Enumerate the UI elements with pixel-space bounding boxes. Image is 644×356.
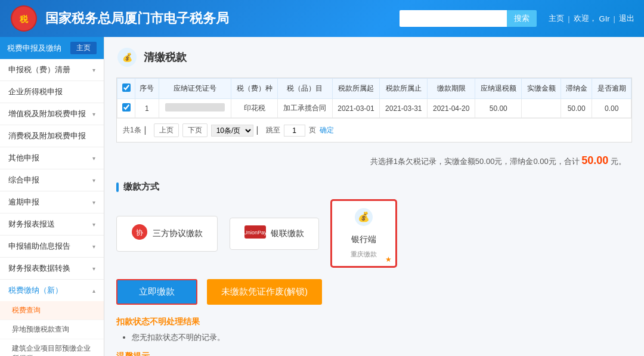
sidebar-item-财务数据[interactable]: 财务报表数据转换 ▾ — [0, 258, 104, 279]
sidebar-item-4: 其他申报 ▾ — [0, 147, 104, 169]
prev-page-btn[interactable]: 上页 — [154, 123, 179, 137]
row-checkbox[interactable] — [122, 103, 131, 112]
sidebar-item-企业[interactable]: 企业所得税申报 — [0, 81, 104, 103]
col-due-date: 缴款期限 — [428, 79, 475, 99]
chevron-down-icon: ▾ — [92, 221, 95, 228]
page-title: 清缴税款 — [144, 50, 187, 64]
result-section: 扣款状态不明处理结果 您无扣款状态不明的记录。 — [116, 317, 632, 343]
bank-sub: 重庆缴款 — [351, 250, 377, 259]
home-link[interactable]: 主页 — [549, 13, 564, 24]
col-paid-amount: 实缴金额 — [522, 79, 561, 99]
payment-unionpay[interactable]: UnionPay 银联缴款 — [230, 218, 319, 250]
col-overdue: 是否逾期 — [592, 79, 631, 99]
row-tax-type: 印花税 — [231, 99, 277, 118]
header-nav: 主页 | 欢迎， GIr | 退出 — [549, 13, 634, 24]
row-tax-item: 加工承揽合同 — [278, 99, 332, 118]
search-bar: 搜索 — [400, 10, 537, 27]
next-page-btn[interactable]: 下页 — [182, 123, 208, 137]
warning-title: 温馨提示 — [116, 351, 632, 356]
table-row: 1 印花税 加工承揽合同 2021-03-01 2021-03-31 2021-… — [117, 99, 631, 118]
row-voucher — [159, 99, 231, 118]
summary-row: 共选择1条欠税记录，实缴金额50.00元，滞纳金0.00元，合计 50.00 元… — [116, 150, 632, 172]
goto-btn[interactable]: 确定 — [320, 125, 334, 135]
warning-section: 温馨提示 1、尊敬的纳税人，当您使用三方协议、银联支付等方式清缴税款时，可能遇到… — [116, 351, 632, 356]
sidebar-item-税费缴纳新[interactable]: 税费缴纳（新） ▴ — [0, 280, 104, 301]
sidebar-sub-异地预缴[interactable]: 异地预缴税款查询 — [0, 320, 104, 339]
sidebar-item-9: 财务报表数据转换 ▾ — [0, 258, 104, 280]
chevron-down-icon: ▾ — [92, 67, 95, 73]
payment-bank-wrap: 💰 银行端 重庆缴款 ★ — [331, 200, 397, 267]
sidebar: 税费申报及缴纳 主页 申报税（费）清册 ▾ 企业所得税申报 增值税及附加税费申报… — [0, 37, 104, 356]
bank-icon: 💰 — [355, 208, 373, 230]
sidebar-item-申报税[interactable]: 申报税（费）清册 ▾ — [0, 59, 104, 81]
sidebar-item-财务报表[interactable]: 财务报表报送 ▾ — [0, 213, 104, 235]
summary-text: 共选择1条欠税记录，实缴金额50.00元，滞纳金0.00元，合计 — [370, 157, 580, 166]
row-late-fee: 50.00 — [561, 99, 592, 118]
col-period-to: 税款所属止 — [380, 79, 428, 99]
per-page-select[interactable]: 10条/页 — [211, 125, 253, 137]
result-content: 您无扣款状态不明的记录。 — [116, 332, 632, 343]
chevron-down-icon: ▾ — [92, 177, 95, 184]
sidebar-item-消费税[interactable]: 消费税及附加税费申报 — [0, 125, 104, 147]
welcome-text: 欢迎， — [574, 13, 597, 24]
action-buttons: 立即缴款 未缴款凭证作废(解锁) — [116, 279, 632, 305]
triparty-icon: 协 — [131, 224, 148, 244]
sidebar-item-申报辅助[interactable]: 申报辅助信息报告 ▾ — [0, 236, 104, 257]
sidebar-item-逾期[interactable]: 逾期申报 ▾ — [0, 191, 104, 213]
select-all-checkbox[interactable] — [122, 83, 131, 92]
chevron-down-icon: ▾ — [92, 265, 95, 272]
page-title-row: 💰 清缴税款 — [116, 47, 632, 68]
sidebar-item-7: 财务报表报送 ▾ — [0, 213, 104, 236]
col-late-fee: 滞纳金 — [561, 79, 592, 99]
summary-amount: 50.00 — [581, 154, 608, 166]
main-content: 💰 清缴税款 序号 应纳证凭证号 税（费）种 税（品）目 税款所属 — [104, 37, 644, 356]
row-tax-amount: 50.00 — [475, 99, 522, 118]
sidebar-item-0: 申报税（费）清册 ▾ — [0, 59, 104, 81]
row-period-from: 2021-03-01 — [332, 99, 380, 118]
logout-link[interactable]: 退出 — [619, 13, 634, 24]
username: GIr — [599, 14, 610, 23]
sidebar-item-增值税[interactable]: 增值税及附加税费申报 ▾ — [0, 103, 104, 125]
unlock-button[interactable]: 未缴款凭证作废(解锁) — [207, 279, 322, 305]
sidebar-item-2: 增值税及附加税费申报 ▾ — [0, 103, 104, 125]
chevron-down-icon: ▾ — [92, 155, 95, 162]
col-period-from: 税款所属起 — [332, 79, 380, 99]
col-tax-amount: 应纳退税额 — [475, 79, 522, 99]
sidebar-item-其他[interactable]: 其他申报 ▾ — [0, 147, 104, 169]
col-tax-type: 税（费）种 — [231, 79, 277, 99]
sidebar-item-8: 申报辅助信息报告 ▾ — [0, 236, 104, 258]
sidebar-sub-建筑企业[interactable]: 建筑企业项目部预缴企业所得税 — [0, 339, 104, 356]
logo-icon: 税 — [10, 4, 38, 33]
row-overdue: 0.00 — [592, 99, 631, 118]
total-count: 共1条 — [123, 125, 141, 135]
result-title: 扣款状态不明处理结果 — [116, 317, 632, 327]
goto-page-input[interactable] — [284, 125, 305, 137]
search-input[interactable] — [400, 10, 507, 27]
svg-text:💰: 💰 — [358, 211, 370, 222]
sidebar-sub-税费查询[interactable]: 税费查询 — [0, 301, 104, 320]
search-button[interactable]: 搜索 — [507, 10, 537, 27]
chevron-down-icon: ▾ — [92, 243, 95, 250]
svg-text:协: 协 — [136, 228, 143, 237]
svg-text:税: 税 — [19, 14, 29, 24]
tax-table: 序号 应纳证凭证号 税（费）种 税（品）目 税款所属起 税款所属止 缴款期限 应… — [117, 78, 631, 118]
payment-methods: 协 三方协议缴款 UnionPay 银联缴款 — [116, 200, 632, 267]
pay-now-button[interactable]: 立即缴款 — [116, 279, 197, 305]
sidebar-item-综合[interactable]: 综合申报 ▾ — [0, 169, 104, 191]
sidebar-home-btn[interactable]: 主页 — [70, 42, 97, 54]
payment-bank[interactable]: 💰 银行端 重庆缴款 ★ — [331, 200, 397, 267]
payment-triparty[interactable]: 协 三方协议缴款 — [116, 216, 218, 252]
sidebar-menu-label: 税费申报及缴纳 — [7, 43, 61, 54]
col-tax-item: 税（品）目 — [278, 79, 332, 99]
layout: 税费申报及缴纳 主页 申报税（费）清册 ▾ 企业所得税申报 增值税及附加税费申报… — [0, 37, 644, 356]
svg-text:UnionPay: UnionPay — [244, 230, 266, 236]
row-checkbox-cell — [117, 99, 135, 118]
sidebar-item-1: 企业所得税申报 — [0, 81, 104, 103]
bank-label: 银行端 — [351, 234, 376, 245]
pagination: 共1条 ▏ 上页 下页 10条/页 ▏ 跳至 页 确定 — [117, 118, 631, 142]
sidebar-item-5: 综合申报 ▾ — [0, 169, 104, 191]
chevron-down-icon: ▾ — [92, 111, 95, 117]
row-period-to: 2021-03-31 — [380, 99, 428, 118]
site-title: 国家税务总局厦门市电子税务局 — [45, 10, 400, 27]
sidebar-header: 税费申报及缴纳 主页 — [0, 37, 104, 59]
